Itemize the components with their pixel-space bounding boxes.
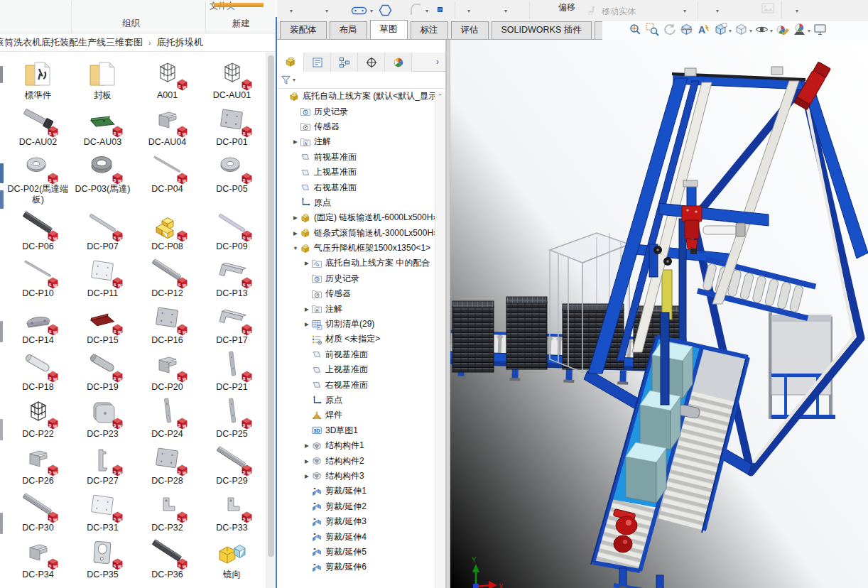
file-item-8[interactable]: S WDC-P02(馬達端板)	[6, 151, 70, 208]
dropdown-caret-icon[interactable]: ▾	[425, 8, 428, 14]
file-item-39[interactable]: S WDC-P33	[200, 489, 264, 536]
tree-item-23[interactable]: ▶结构构件1	[277, 438, 435, 453]
file-item-4[interactable]: S WDC-AU02	[6, 104, 70, 151]
file-item-29[interactable]: S WDC-P23	[70, 396, 135, 442]
tree-item-19[interactable]: 右视基准面	[277, 377, 435, 392]
explorer-scrollbar-thumb[interactable]	[268, 55, 274, 557]
tree-item-30[interactable]: 剪裁/延伸5	[277, 545, 435, 560]
tree-item-2[interactable]: 传感器	[277, 119, 435, 134]
tree-item-17[interactable]: 前视基准面	[277, 347, 435, 362]
section-view-button[interactable]	[679, 22, 694, 40]
dropdown-caret-icon[interactable]: ▾	[370, 8, 373, 14]
tree-item-3[interactable]: ▶A注解	[277, 134, 435, 149]
panel-tab-configurations[interactable]	[331, 53, 358, 72]
file-item-1[interactable]: 封板	[70, 57, 135, 104]
file-item-41[interactable]: S WDC-P35	[70, 536, 135, 583]
tree-item-16[interactable]: 材质 <未指定>	[277, 332, 435, 347]
view-settings-button[interactable]	[813, 22, 828, 40]
dropdown-caret-icon[interactable]: ▾	[290, 8, 293, 14]
file-item-3[interactable]: S WDC-AU01	[200, 57, 264, 104]
dropdown-caret-icon[interactable]: ▾	[325, 8, 328, 14]
tree-item-20[interactable]: 原点	[277, 393, 435, 408]
file-item-9[interactable]: S WDC-P03(馬達)	[70, 151, 135, 208]
tree-item-8[interactable]: ▶(固定) 链板输送机-6000Lx500H›	[277, 210, 435, 225]
dropdown-caret-icon[interactable]: ▾	[504, 8, 507, 14]
dropdown-caret-icon[interactable]: ▾	[770, 28, 773, 34]
feature-tree-filter[interactable]: ▾	[277, 72, 445, 89]
file-item-17[interactable]: S WDC-P11	[70, 255, 135, 302]
tab-装配体[interactable]: 装配体	[280, 21, 327, 39]
new-folder-icon[interactable]	[214, 3, 264, 7]
hide-show-items-button[interactable]: ▾	[754, 22, 773, 40]
dropdown-caret-icon[interactable]: ▾	[467, 8, 470, 14]
panel-tab-dimxpert[interactable]	[358, 53, 385, 72]
tab-草图[interactable]: 草图	[370, 20, 408, 39]
breadcrumb-path[interactable]: 滚筒洗衣机底托装配生产线三维套图	[0, 36, 143, 49]
apply-scene-button[interactable]: ▾	[792, 22, 810, 40]
file-item-27[interactable]: S WDC-P21	[200, 349, 264, 396]
file-item-25[interactable]: S WDC-P19	[70, 349, 135, 396]
file-item-33[interactable]: S WDC-P27	[70, 442, 135, 489]
expander-collapsed-icon[interactable]: ▶	[291, 214, 300, 221]
graphics-viewport[interactable]: Y X	[450, 40, 868, 588]
breadcrumb[interactable]: 滚筒洗衣机底托装配生产线三维套图 › 底托拆垛机	[0, 33, 276, 52]
tree-item-25[interactable]: ▶结构构件3	[277, 469, 435, 484]
tree-item-5[interactable]: 上视基准面	[277, 165, 435, 180]
tree-item-13[interactable]: 传感器	[277, 286, 435, 301]
expander-collapsed-icon[interactable]: ▶	[303, 306, 311, 312]
tree-item-0[interactable]: 底托自动上线方案 (默认<默认_显示>	[277, 89, 435, 104]
sketch-picture-icon[interactable]	[761, 3, 774, 13]
zoom-fit-button[interactable]	[628, 22, 643, 40]
organize-button[interactable]: 组织	[122, 18, 140, 30]
file-item-24[interactable]: S WDC-P18	[6, 349, 70, 396]
dropdown-caret-icon[interactable]: ▾	[683, 8, 686, 14]
file-item-21[interactable]: S WDC-P15	[70, 302, 135, 349]
display-style-button[interactable]: ▾	[734, 22, 752, 40]
panel-tab-featuremanager[interactable]	[277, 53, 304, 72]
file-item-16[interactable]: S WDC-P10	[6, 255, 70, 302]
expander-collapsed-icon[interactable]: ▶	[303, 321, 311, 327]
expander-expanded-icon[interactable]: ▼	[291, 245, 300, 251]
zoom-area-button[interactable]	[645, 22, 660, 40]
file-item-34[interactable]: S WDC-P28	[135, 442, 200, 489]
previous-view-button[interactable]	[662, 22, 677, 40]
file-item-38[interactable]: S WDC-P32	[135, 489, 200, 536]
file-item-22[interactable]: S WDC-P16	[135, 302, 200, 349]
dropdown-caret-icon[interactable]: ▾	[808, 28, 810, 34]
view-orientation-button[interactable]: ▾	[713, 22, 732, 40]
file-item-15[interactable]: S WDC-P09	[200, 208, 264, 255]
tree-item-18[interactable]: 上视基准面	[277, 362, 435, 377]
tree-item-12[interactable]: 历史记录	[277, 271, 435, 286]
tab-SOLIDWORKS 插件[interactable]: SOLIDWORKS 插件	[492, 21, 592, 39]
file-item-2[interactable]: S WA001	[135, 57, 200, 104]
file-item-43[interactable]: 镜向	[200, 536, 264, 583]
tree-item-29[interactable]: 剪裁/延伸4	[277, 529, 435, 544]
tree-item-9[interactable]: ▶链条式滚筒输送机-3000Lx500H›	[277, 226, 435, 241]
file-item-32[interactable]: S WDC-P26	[6, 442, 70, 489]
dropdown-caret-icon[interactable]: ▾	[796, 8, 798, 14]
file-item-0[interactable]: 標準件	[6, 57, 70, 104]
file-item-37[interactable]: S WDC-P31	[70, 489, 135, 536]
dropdown-caret-icon[interactable]: ▾	[729, 28, 732, 34]
offset-entities-button[interactable]: 偏移	[558, 1, 575, 13]
panel-flyout-arrow-icon[interactable]: ›	[430, 53, 445, 71]
panel-tab-display[interactable]	[385, 53, 412, 72]
dropdown-caret-icon[interactable]: ▾	[749, 28, 752, 34]
tab-评估[interactable]: 评估	[451, 21, 489, 39]
tab-布局[interactable]: 布局	[330, 21, 367, 39]
tree-item-15[interactable]: ▶切割清单(29)	[277, 317, 435, 332]
file-item-26[interactable]: S WDC-P20	[135, 349, 200, 396]
viewport-3d[interactable]: Y X	[450, 40, 868, 588]
file-item-31[interactable]: S WDC-P25	[200, 396, 264, 442]
edit-appearance-button[interactable]	[775, 22, 790, 40]
file-item-18[interactable]: S WDC-P12	[135, 255, 200, 302]
expander-collapsed-icon[interactable]: ▶	[303, 442, 311, 449]
point-tool-icon[interactable]	[438, 7, 443, 12]
tree-item-26[interactable]: 剪裁/延伸1	[277, 484, 435, 499]
file-item-7[interactable]: S WDC-P01	[200, 104, 264, 151]
file-item-14[interactable]: S WDC-P08	[135, 208, 200, 255]
expander-collapsed-icon[interactable]: ▶	[291, 138, 300, 145]
file-item-28[interactable]: S WDC-P22	[6, 396, 70, 442]
explorer-scrollbar[interactable]	[266, 53, 275, 588]
tree-scrollbar[interactable]: ⌃	[435, 92, 445, 588]
